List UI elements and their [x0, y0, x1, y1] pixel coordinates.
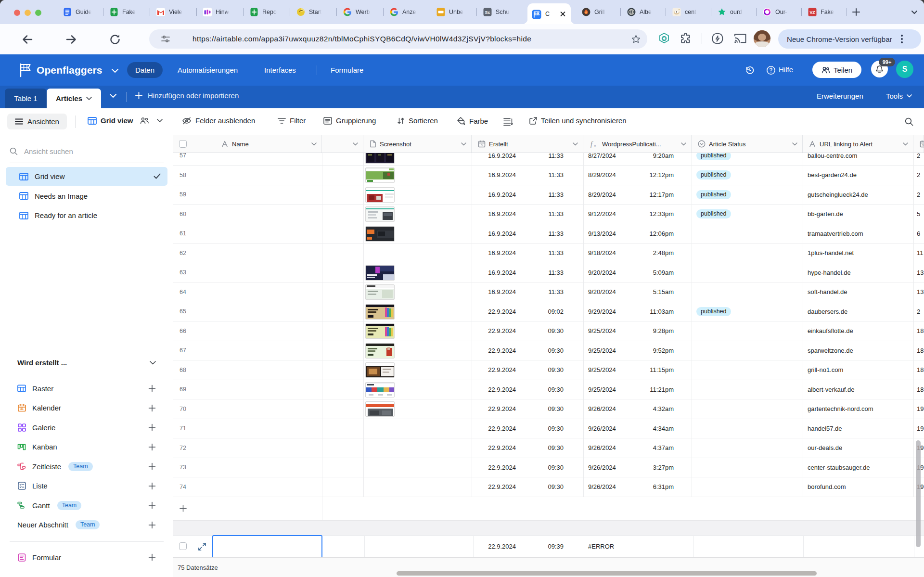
performance-leaf-icon[interactable] — [711, 32, 724, 45]
column-header-screenshot[interactable]: Screenshot — [363, 135, 472, 153]
help-icon[interactable] — [766, 65, 776, 75]
new-row-checkbox[interactable] — [179, 542, 187, 550]
browser-menu-kebab-icon[interactable] — [901, 35, 903, 43]
share-and-sync-button[interactable]: Teilen und synchronisieren — [529, 116, 627, 125]
sidebar-create-zeitleiste[interactable]: ZeitleisteTeam — [17, 457, 156, 476]
table-row-67[interactable]: 6722.9.202409:309/25/20249:52pmsparweltz… — [173, 341, 924, 361]
sidebar-view-grid-view[interactable]: Grid view — [6, 167, 167, 186]
table-row-57[interactable]: 5716.9.202411:338/27/20249:20ampublished… — [173, 153, 924, 166]
bookmark-star-icon[interactable] — [631, 34, 641, 44]
extensions-button[interactable]: Erweiterungen — [817, 92, 863, 100]
screenshot-thumbnail[interactable] — [365, 284, 395, 300]
add-view-plus-icon[interactable] — [148, 443, 156, 451]
column-header-mini[interactable] — [322, 135, 363, 153]
sidebar-create-raster[interactable]: Raster — [17, 379, 156, 398]
browser-tab-right-3[interactable]: cent — [666, 0, 711, 24]
minimize-window-button[interactable] — [25, 10, 31, 16]
column-menu-chevron-icon[interactable] — [903, 142, 908, 146]
table-tab-table1[interactable]: Table 1 — [5, 89, 47, 108]
nav-tab-interfaces[interactable]: Interfaces — [256, 62, 304, 78]
share-button[interactable]: Teilen — [812, 62, 861, 78]
table-row-64[interactable]: 6416.9.202411:339/20/20245:15amsoft-hand… — [173, 282, 924, 302]
browser-tab-4[interactable]: Hinw — [197, 0, 243, 24]
browser-tab-right-1[interactable]: Grill — [576, 0, 620, 24]
screenshot-thumbnail[interactable] — [365, 226, 395, 242]
user-avatar[interactable]: S — [896, 61, 913, 78]
active-browser-tab[interactable]: C — [527, 3, 571, 24]
column-menu-chevron-icon[interactable] — [681, 142, 686, 146]
screenshot-thumbnail[interactable] — [365, 362, 395, 378]
sidebar-create-kanban[interactable]: Kanban — [17, 437, 156, 457]
browser-tab-right-2[interactable]: Albe — [621, 0, 666, 24]
table-row-71[interactable]: 7122.9.202409:309/26/20244:34amhandel57.… — [173, 419, 924, 439]
active-cell[interactable] — [212, 535, 322, 558]
screenshot-thumbnail[interactable] — [365, 153, 395, 164]
row-height-icon[interactable] — [503, 118, 513, 126]
sidebar-create-formular[interactable]: Formular — [17, 548, 156, 567]
browser-tab-6[interactable]: Start — [290, 0, 336, 24]
add-view-plus-icon[interactable] — [148, 404, 156, 412]
hide-fields-button[interactable]: Felder ausblenden — [182, 116, 255, 125]
sidebar-create-galerie[interactable]: Galerie — [17, 418, 156, 437]
screenshot-thumbnail[interactable] — [365, 206, 395, 222]
add-view-plus-icon[interactable] — [148, 482, 156, 490]
add-view-plus-icon[interactable] — [148, 553, 156, 561]
close-window-button[interactable] — [14, 10, 20, 16]
screenshot-thumbnail[interactable] — [365, 187, 395, 203]
table-row-60[interactable]: 6016.9.202411:339/12/202412:33pmpublishe… — [173, 205, 924, 224]
column-menu-chevron-icon[interactable] — [792, 142, 797, 146]
add-view-plus-icon[interactable] — [148, 501, 156, 509]
table-row-58[interactable]: 5816.9.202411:338/29/202412:12pmpublishe… — [173, 166, 924, 185]
new-record-row[interactable]: 22.9.2024 09:39 #ERROR — [173, 536, 924, 557]
table-tab-articles-active[interactable]: Articles — [47, 89, 101, 108]
reload-button[interactable] — [109, 33, 121, 46]
create-section-heading[interactable]: Wird erstellt ... — [17, 359, 156, 367]
site-settings-icon[interactable] — [161, 34, 170, 44]
table-row-69[interactable]: 6922.9.202409:309/25/202411:21pmalbert-v… — [173, 380, 924, 400]
add-view-plus-icon[interactable] — [148, 385, 156, 392]
table-row-66[interactable]: 6622.9.202409:309/25/20249:28pmeinkaufsf… — [173, 321, 924, 341]
browser-tab-2[interactable]: Fake — [103, 0, 150, 24]
sidebar-create-liste[interactable]: Liste — [17, 476, 156, 496]
column-menu-chevron-icon[interactable] — [353, 142, 358, 146]
table-row-63[interactable]: 6316.9.202411:339/20/20245:09amhype-hand… — [173, 263, 924, 283]
search-icon[interactable] — [905, 117, 913, 126]
base-name[interactable]: Openflaggers — [37, 64, 103, 76]
address-bar[interactable]: https://airtable.com/appa3i7uwxquuz82n/t… — [149, 29, 647, 49]
column-header-url-linking-to-alert[interactable]: URL linking to Alert — [803, 135, 913, 153]
screenshot-thumbnail[interactable] — [365, 401, 395, 417]
browser-tab-right-5[interactable]: Our- — [757, 0, 801, 24]
screenshot-thumbnail[interactable] — [365, 265, 395, 281]
sidebar-view-ready-for-an-article[interactable]: Ready for an article — [6, 206, 167, 225]
base-flag-logo[interactable] — [17, 62, 34, 78]
help-label[interactable]: Hilfe — [779, 65, 793, 74]
extension-hexagon-icon[interactable] — [658, 32, 670, 45]
screenshot-thumbnail[interactable] — [365, 323, 395, 339]
nav-tab-formulare[interactable]: Formulare — [322, 62, 372, 78]
table-row-73[interactable]: 7322.9.202409:309/26/20243:27pmcenter-st… — [173, 458, 924, 478]
table-row-72[interactable]: 7222.9.202409:309/26/20244:37amour-deals… — [173, 438, 924, 458]
view-search-input[interactable]: Ansicht suchen — [10, 144, 164, 158]
column-menu-chevron-icon[interactable] — [461, 142, 466, 146]
browser-tab-10[interactable]: ScSchu — [477, 0, 523, 24]
browser-tab-right-4[interactable]: ourd — [711, 0, 756, 24]
table-list-chevron-icon[interactable] — [110, 94, 116, 98]
base-menu-chevron-icon[interactable] — [112, 69, 118, 73]
column-header-wordpresspublicati[interactable]: fxWordpressPublicati... — [583, 135, 692, 153]
table-row-65[interactable]: 6522.9.202409:029/29/202411:03ampublishe… — [173, 302, 924, 322]
views-sidebar-toggle-button[interactable]: Ansichten — [7, 114, 67, 129]
table-row-68[interactable]: 6822.9.202409:309/25/202411:15pmgrill-no… — [173, 360, 924, 380]
browser-tab-right-6[interactable]: VZFake — [802, 0, 847, 24]
close-tab-icon[interactable] — [559, 10, 567, 18]
add-record-row[interactable] — [173, 497, 924, 520]
sidebar-create-neuer-abschnitt[interactable]: Neuer AbschnittTeam — [17, 515, 156, 535]
nav-tab-automatisierungen[interactable]: Automatisierungen — [169, 62, 246, 78]
select-all-checkbox[interactable] — [179, 140, 187, 148]
chrome-update-button[interactable]: Neue Chrome-Version verfügbar — [778, 29, 921, 49]
sort-button[interactable]: Sortieren — [397, 116, 438, 125]
browser-tab-5[interactable]: Repo — [244, 0, 290, 24]
screenshot-thumbnail[interactable] — [365, 304, 395, 320]
add-or-import-table-button[interactable]: Hinzufügen oder importieren — [135, 91, 239, 100]
extensions-puzzle-icon[interactable] — [680, 32, 692, 45]
column-header-name[interactable]: Name — [212, 135, 322, 153]
